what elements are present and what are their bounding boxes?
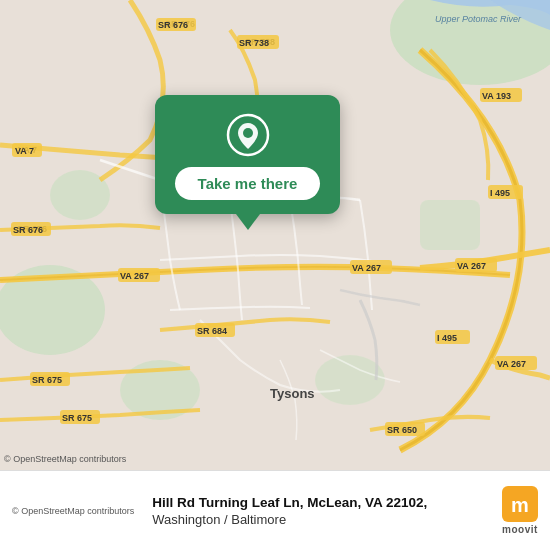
svg-text:VA 7: VA 7 bbox=[15, 146, 34, 156]
svg-text:SR 676: SR 676 bbox=[13, 225, 43, 235]
svg-text:SR 684: SR 684 bbox=[197, 326, 227, 336]
svg-text:Upper Potomac River: Upper Potomac River bbox=[435, 14, 522, 24]
bottom-info-bar: © OpenStreetMap contributors Hill Rd Tur… bbox=[0, 470, 550, 550]
svg-text:m: m bbox=[511, 494, 529, 516]
moovit-logo: m moovit bbox=[502, 486, 538, 535]
location-pin-icon bbox=[226, 113, 270, 157]
svg-point-45 bbox=[243, 128, 253, 138]
svg-text:VA 267: VA 267 bbox=[352, 263, 381, 273]
svg-text:SR 675: SR 675 bbox=[32, 375, 62, 385]
svg-text:Tysons: Tysons bbox=[270, 386, 315, 401]
svg-text:SR 650: SR 650 bbox=[387, 425, 417, 435]
osm-credit: © OpenStreetMap contributors bbox=[12, 506, 134, 516]
svg-point-5 bbox=[315, 355, 385, 405]
city-line: Washington / Baltimore bbox=[152, 512, 486, 527]
moovit-icon: m bbox=[502, 486, 538, 522]
svg-text:SR 738: SR 738 bbox=[239, 38, 269, 48]
svg-text:SR 676: SR 676 bbox=[158, 20, 188, 30]
svg-rect-6 bbox=[420, 200, 480, 250]
svg-text:VA 267: VA 267 bbox=[120, 271, 149, 281]
address-line: Hill Rd Turning Leaf Ln, McLean, VA 2210… bbox=[152, 494, 486, 513]
svg-text:SR 675: SR 675 bbox=[62, 413, 92, 423]
take-me-there-button[interactable]: Take me there bbox=[175, 167, 320, 200]
svg-text:I 495: I 495 bbox=[490, 188, 510, 198]
svg-text:VA 193: VA 193 bbox=[482, 91, 511, 101]
address-block: Hill Rd Turning Leaf Ln, McLean, VA 2210… bbox=[144, 494, 494, 528]
moovit-label: moovit bbox=[502, 524, 538, 535]
svg-text:© OpenStreetMap contributors: © OpenStreetMap contributors bbox=[4, 454, 127, 464]
osm-credit-text: © OpenStreetMap contributors bbox=[12, 506, 134, 516]
svg-text:VA 267: VA 267 bbox=[457, 261, 486, 271]
location-popup: Take me there bbox=[155, 95, 340, 214]
svg-text:I 495: I 495 bbox=[437, 333, 457, 343]
svg-text:VA 267: VA 267 bbox=[497, 359, 526, 369]
map: SR 676 SR 676 SR 738 SR 738 VA 7 VA 7 SR… bbox=[0, 0, 550, 470]
